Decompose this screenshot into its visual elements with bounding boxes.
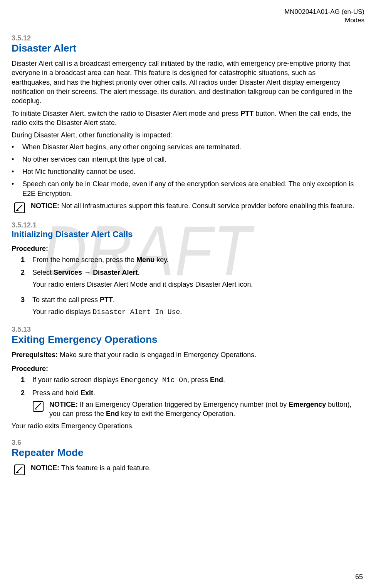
- list-item: When Disaster Alert begins, any other on…: [12, 142, 354, 152]
- notice-label: NOTICE:: [31, 464, 59, 472]
- text: To initiate Disaster Alert, switch the r…: [12, 110, 240, 117]
- notice-icon: [14, 464, 27, 476]
- bold-text: Disaster Alert: [93, 269, 138, 276]
- notice-text: NOTICE: If an Emergency Operation trigge…: [49, 400, 354, 419]
- paragraph: During Disaster Alert, other functionali…: [12, 130, 354, 140]
- notice-icon: [32, 401, 45, 412]
- notice-label: NOTICE:: [31, 202, 59, 210]
- text: .: [113, 296, 115, 304]
- section-title-disaster-alert: Disaster Alert: [12, 42, 366, 54]
- text: Press and hold: [32, 389, 81, 397]
- text: If your radio screen displays: [32, 376, 121, 384]
- list-item: Speech can only be in Clear mode, even i…: [12, 179, 354, 198]
- step-result: Your radio enters Disaster Alert Mode an…: [32, 280, 354, 289]
- text: .: [93, 389, 95, 397]
- procedure-steps: From the home screen, press the Menu key…: [21, 255, 354, 317]
- step-result: Your radio displays Disaster Alert In Us…: [32, 307, 354, 317]
- svg-line-4: [35, 403, 41, 409]
- section-number: 3.5.12: [12, 34, 366, 42]
- text: Not all infrastructures support this fea…: [59, 202, 354, 210]
- list-item: Hot Mic functionality cannot be used.: [12, 167, 354, 176]
- text: .: [223, 376, 225, 384]
- step-item: Select Services → Disaster Alert. Your r…: [21, 268, 354, 289]
- svg-line-1: [17, 205, 22, 210]
- prerequisites-label: Prerequisites:: [12, 351, 58, 359]
- section-number: 3.6: [12, 439, 366, 447]
- step-item: Press and hold Exit. NOTICE: If an Emerg…: [21, 388, 354, 418]
- text: key.: [154, 256, 169, 264]
- bold-text: PTT: [240, 110, 254, 117]
- doc-id: MN002041A01-AG (en-US): [12, 8, 364, 16]
- notice-block: NOTICE: This feature is a paid feature.: [14, 463, 354, 476]
- text: key to exit the Emergency Operation.: [119, 410, 235, 418]
- list-item: No other services can interrupt this typ…: [12, 155, 354, 164]
- notice-text: NOTICE: Not all infrastructures support …: [31, 201, 354, 210]
- notice-label: NOTICE:: [49, 401, 78, 408]
- paragraph: Your radio exits Emergency Operations.: [12, 421, 354, 431]
- procedure-label: Procedure:: [12, 245, 366, 253]
- section-title-init-disaster: Initializing Disaster Alert Calls: [12, 229, 366, 239]
- text: This feature is a paid feature.: [59, 464, 151, 472]
- section-title-exit-emergency: Exiting Emergency Operations: [12, 334, 366, 346]
- text: From the home screen, press the: [32, 256, 136, 264]
- paragraph: Disaster Alert call is a broadcast emerg…: [12, 59, 354, 105]
- section-title-repeater-mode: Repeater Mode: [12, 447, 366, 459]
- bold-text: Emergency: [289, 401, 326, 408]
- procedure-steps: If your radio screen displays Emergency …: [21, 375, 354, 418]
- prerequisites: Prerequisites: Make sure that your radio…: [12, 350, 354, 359]
- text: Make sure that your radio is engaged in …: [58, 351, 256, 359]
- section-number: 3.5.13: [12, 326, 366, 334]
- bold-text: Services: [54, 269, 82, 276]
- step-item: If your radio screen displays Emergency …: [21, 375, 354, 385]
- notice-text: NOTICE: This feature is a paid feature.: [31, 463, 151, 473]
- bullet-list: When Disaster Alert begins, any other on…: [12, 142, 354, 198]
- chapter-name: Modes: [12, 16, 364, 25]
- bold-text: PTT: [100, 296, 113, 304]
- text: To start the call press: [32, 296, 100, 304]
- text: Select: [32, 269, 54, 276]
- mono-text: Emergency Mic On: [121, 376, 187, 384]
- notice-icon: [14, 202, 27, 214]
- paragraph: To initiate Disaster Alert, switch the r…: [12, 109, 354, 128]
- text: If an Emergency Operation triggered by E…: [78, 401, 289, 408]
- mono-text: Disaster Alert In Use: [92, 308, 180, 316]
- svg-line-7: [17, 467, 22, 472]
- step-item: From the home screen, press the Menu key…: [21, 255, 354, 265]
- text: →: [82, 269, 93, 276]
- text: Your radio displays: [32, 308, 92, 316]
- bold-text: End: [210, 376, 223, 384]
- text: .: [180, 308, 182, 316]
- notice-block: NOTICE: Not all infrastructures support …: [14, 201, 354, 214]
- text: , press: [187, 376, 210, 384]
- text: .: [138, 269, 140, 276]
- bold-text: End: [106, 410, 119, 418]
- notice-block: NOTICE: If an Emergency Operation trigge…: [32, 400, 354, 419]
- step-item: To start the call press PTT. Your radio …: [21, 295, 354, 317]
- bold-text: Exit: [81, 389, 93, 397]
- page-number: 65: [355, 573, 363, 581]
- page-header: MN002041A01-AG (en-US) Modes: [12, 8, 366, 25]
- bold-text: Menu: [136, 256, 154, 264]
- section-number: 3.5.12.1: [12, 221, 366, 229]
- procedure-label: Procedure:: [12, 365, 366, 373]
